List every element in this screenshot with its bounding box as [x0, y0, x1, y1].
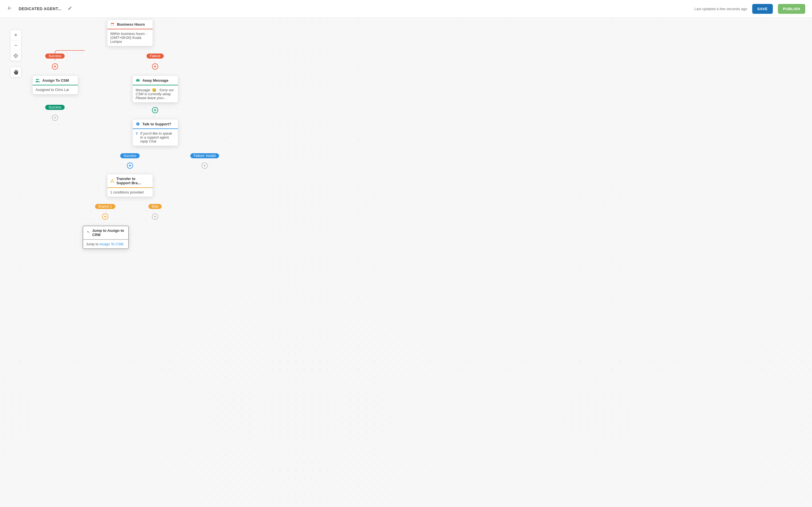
- save-button[interactable]: SAVE: [752, 4, 773, 14]
- add-step-else[interactable]: [152, 214, 158, 220]
- svg-rect-30: [110, 182, 112, 182]
- node-assign-csm[interactable]: Assign To CSM Assigned to Chris Lai: [33, 75, 78, 94]
- publish-button[interactable]: PUBLISH: [778, 4, 805, 14]
- last-updated-text: Last updated a few seconds ago: [695, 7, 747, 11]
- svg-text:?: ?: [137, 123, 139, 125]
- node-talk-support[interactable]: ? Talk to Support? T If you'd like to sp…: [133, 119, 178, 146]
- add-step-away[interactable]: [152, 107, 158, 113]
- node-title: Assign To CSM: [42, 78, 69, 82]
- node-title: Transfer to Support Bra…: [116, 177, 150, 185]
- svg-point-25: [38, 79, 39, 80]
- node-title: Talk to Support?: [142, 122, 171, 126]
- zoom-in-button[interactable]: [10, 30, 21, 40]
- add-step-bh-success[interactable]: [52, 63, 58, 69]
- pill-else: Else: [148, 204, 161, 209]
- add-step-csm[interactable]: [52, 115, 58, 121]
- node-away-message[interactable]: Away Message Message: 😪 : Sorry our CSM …: [133, 75, 178, 103]
- node-transfer-support[interactable]: Transfer to Support Bra… 1 conditions pr…: [107, 174, 153, 197]
- node-jump-assign-crm[interactable]: Jump to Assign to CRM Jump to Assign To …: [83, 226, 129, 249]
- people-icon: [36, 78, 40, 82]
- node-body: T If you'd like to speak to a support ag…: [133, 129, 178, 146]
- back-arrow-icon[interactable]: [7, 5, 12, 12]
- jump-target-link[interactable]: Assign To CSM: [99, 242, 123, 246]
- svg-point-1: [15, 55, 16, 56]
- add-step-talk-failure[interactable]: [202, 163, 208, 169]
- node-title: Jump to Assign to CRM: [92, 228, 125, 237]
- add-step-branch1[interactable]: [102, 214, 108, 220]
- pill-talk-success: Success: [120, 153, 140, 158]
- zoom-out-button[interactable]: [10, 40, 21, 50]
- mail-icon: [136, 78, 140, 82]
- svg-rect-29: [112, 179, 113, 180]
- node-title: Business Hours: [117, 22, 145, 26]
- pill-talk-failure: Failure: Invalid: [190, 153, 219, 158]
- add-step-talk-success[interactable]: [127, 163, 133, 169]
- add-step-bh-failure[interactable]: [152, 63, 158, 69]
- svg-rect-22: [113, 22, 113, 23]
- recenter-button[interactable]: [10, 50, 21, 61]
- node-body: Jump to Assign To CSM: [83, 240, 128, 248]
- svg-rect-31: [113, 182, 114, 182]
- node-body: Message: 😪 : Sorry our CSM is currently …: [133, 86, 178, 102]
- redo-icon: [86, 230, 90, 235]
- calendar-icon: [110, 22, 115, 26]
- node-body: 1 conditions provided: [107, 188, 153, 196]
- text-glyph-icon: T: [136, 131, 138, 136]
- pan-hand-button[interactable]: [10, 67, 21, 77]
- pill-bh-failure: Failure: [147, 54, 164, 59]
- pill-bh-success: Success: [45, 54, 64, 59]
- node-body: Within business hours - (GMT+08:00) Kual…: [107, 29, 153, 46]
- question-icon: ?: [136, 122, 140, 126]
- pill-csm-success: Success: [45, 105, 64, 110]
- svg-point-24: [36, 79, 38, 80]
- svg-rect-21: [112, 22, 112, 23]
- node-business-hours[interactable]: Business Hours Within business hours - (…: [107, 19, 153, 46]
- page-title: DEDICATED AGENT...: [18, 6, 61, 11]
- svg-rect-23: [111, 24, 114, 25]
- node-title: Away Message: [142, 78, 168, 82]
- edit-title-icon[interactable]: [68, 6, 72, 11]
- node-body: Assigned to Chris Lai: [33, 86, 78, 94]
- sitemap-icon: [110, 179, 114, 183]
- pill-branch1: Branch 1: [95, 204, 115, 209]
